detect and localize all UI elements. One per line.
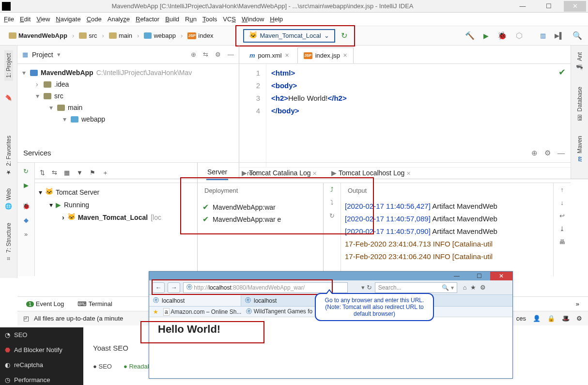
fav-wildtangent[interactable]: ⓔ WildTangent Games fo (246, 308, 312, 316)
crumb-main[interactable]: main (106, 31, 135, 40)
eventlog-button[interactable]: 1 Event Log (26, 300, 64, 308)
wp-recaptcha[interactable]: ◐reCaptcha (0, 357, 83, 372)
menu-analyze[interactable]: Analyze (108, 15, 130, 23)
menu-edit[interactable]: Edit (20, 15, 31, 23)
tree-main[interactable]: ▾main (18, 102, 238, 113)
layout-icon[interactable]: ▥ (540, 32, 546, 39)
minimize-button[interactable]: — (511, 1, 534, 12)
wp-adblocker[interactable]: ⬣Ad Blocker Notify (0, 342, 83, 357)
address-bar[interactable]: ⓔ http://localhost:8080/MavendWebApp_war… (183, 282, 348, 293)
browser-minimize[interactable]: — (446, 272, 468, 280)
services-tree[interactable]: ▾Tomcat Server ▾▶Running ›Maven_Tomcat_L… (35, 183, 197, 227)
collapse-icon[interactable]: ⇆ (203, 51, 208, 58)
tab-maven[interactable]: mMaven (575, 133, 584, 165)
grid-icon[interactable]: ▦ (64, 169, 70, 176)
tab-database[interactable]: 🗄Database (575, 84, 584, 123)
crumb-src[interactable]: src (76, 31, 100, 40)
tree-idea[interactable]: ›.idea (18, 78, 238, 90)
lock-icon[interactable]: 🔒 (547, 315, 555, 322)
tab-bookmark-icon[interactable]: 🔖 (4, 92, 13, 105)
expand-icon[interactable]: ⇅ (40, 169, 45, 176)
close-button[interactable]: ✕ (564, 1, 586, 12)
hide-icon[interactable]: — (228, 51, 234, 58)
toolwindow-icon[interactable]: ◰ (23, 315, 29, 322)
stop-reload-icon[interactable]: ▾ ↻ (361, 284, 372, 291)
back-button[interactable]: ← (152, 282, 165, 293)
favorites-icon[interactable]: ★ (470, 284, 476, 291)
rerun-icon[interactable]: ↻ (23, 168, 29, 175)
svc-config[interactable]: ›Maven_Tomcat_Local [loc (35, 211, 197, 224)
build-icon[interactable]: 🔨 (465, 31, 475, 40)
filter-icon[interactable]: ▼ (77, 169, 83, 176)
more-icon[interactable]: » (24, 231, 28, 238)
debug-icon[interactable]: 🐞 (497, 31, 507, 40)
scroll-end-icon[interactable]: ⤓ (559, 225, 565, 232)
wp-performance[interactable]: ◷Performance (0, 372, 83, 385)
browser-maximize[interactable]: ☐ (468, 272, 490, 280)
tab-web[interactable]: 🌐 Web (4, 185, 13, 213)
tree-src[interactable]: ▾src (18, 90, 238, 102)
tree-webapp[interactable]: ▾webapp (18, 113, 238, 125)
browser-tab-1[interactable]: ⓔlocalhost (149, 295, 241, 306)
wp-seo[interactable]: ◔SEO (0, 327, 83, 342)
target-icon[interactable]: ⊕ (191, 51, 196, 58)
project-tree[interactable]: ▾MavendWebApp C:\IntelliJProject\JavaHon… (17, 64, 239, 128)
tab-pom[interactable]: mpom.xml✕ (243, 47, 295, 63)
menu-tools[interactable]: Tools (202, 15, 217, 23)
target-icon[interactable]: ⊕ (531, 149, 538, 157)
menu-vcs[interactable]: VCS (223, 15, 236, 23)
add-icon[interactable]: ＋ (102, 169, 108, 177)
search-icon[interactable]: 🔍 (573, 31, 582, 40)
tools-gear-icon[interactable]: ⚙ (480, 284, 486, 291)
hat-icon[interactable]: 🎩 (562, 315, 570, 322)
crumb-index[interactable]: JSPindex (185, 31, 216, 40)
rerun-icon[interactable]: ↻ (341, 31, 347, 40)
menu-build[interactable]: Build (165, 15, 179, 23)
tab-index[interactable]: JSPindex.jsp✕ (297, 47, 354, 63)
crumb-webapp[interactable]: webapp (141, 31, 179, 40)
tree-root[interactable]: ▾MavendWebApp C:\IntelliJProject\JavaHon… (18, 67, 238, 78)
scroll-up-icon[interactable]: ↑ (560, 186, 564, 193)
run-icon[interactable]: ▶ (483, 32, 489, 40)
tab-project[interactable]: 1: Project (4, 50, 13, 81)
tab-structure[interactable]: ⌗ 7: Structure (4, 220, 13, 264)
tab-favorites[interactable]: ★ 2: Favorites (4, 133, 13, 179)
gear-icon[interactable]: ⚙ (544, 149, 551, 157)
maximize-button[interactable]: ☐ (538, 1, 560, 12)
coverage-icon[interactable]: ⬡ (516, 31, 523, 40)
gear-icon[interactable]: ⚙ (215, 51, 221, 58)
bookmark-icon[interactable]: ⚑ (90, 169, 95, 176)
menu-run[interactable]: Run (185, 15, 197, 23)
svc-tomcat[interactable]: ▾Tomcat Server (35, 186, 197, 199)
run-config-selector[interactable]: Maven_Tomcat_Local ⌄ (243, 29, 335, 43)
forward-button[interactable]: → (168, 282, 180, 293)
menu-navigate[interactable]: Navigate (56, 15, 80, 23)
home-icon[interactable]: ⌂ (463, 284, 467, 291)
menu-file[interactable]: File (4, 15, 14, 23)
close-icon[interactable]: ✕ (285, 52, 289, 59)
update-icon[interactable]: ▶▌ (555, 32, 564, 39)
inspector-icon[interactable]: 👤 (533, 315, 541, 322)
yoast-tab-seo[interactable]: ● SEO (93, 363, 112, 370)
print-icon[interactable]: 🖶 (559, 238, 565, 246)
menu-window[interactable]: Window (242, 15, 264, 23)
scroll-down-icon[interactable]: ↓ (560, 199, 564, 206)
browser-close[interactable]: ✕ (490, 272, 512, 280)
crumb-root[interactable]: MavendWebApp (6, 31, 70, 40)
artifacts-icon[interactable]: ◆ (24, 216, 29, 224)
soft-wrap-icon[interactable]: ↩ (559, 212, 565, 219)
svc-running[interactable]: ▾▶Running (35, 199, 197, 211)
menu-refactor[interactable]: Refactor (136, 15, 159, 23)
collapse-icon[interactable]: ⇆ (52, 169, 57, 176)
chevron-down-icon[interactable]: ▾ (57, 51, 61, 58)
terminal-button[interactable]: ⌨ Terminal (77, 300, 112, 308)
close-icon[interactable]: ✕ (343, 52, 347, 59)
hide-icon[interactable]: — (557, 149, 565, 157)
debug-icon[interactable]: 🐞 (22, 202, 30, 210)
tab-ant[interactable]: 🐜Ant (575, 49, 584, 74)
browser-search[interactable]: Search...🔍 ▾ (375, 282, 457, 293)
menu-code[interactable]: Code (87, 15, 102, 23)
menu-view[interactable]: View (36, 15, 50, 23)
settings-icon[interactable]: ⚙ (576, 315, 582, 322)
menu-help[interactable]: Help (270, 15, 283, 23)
